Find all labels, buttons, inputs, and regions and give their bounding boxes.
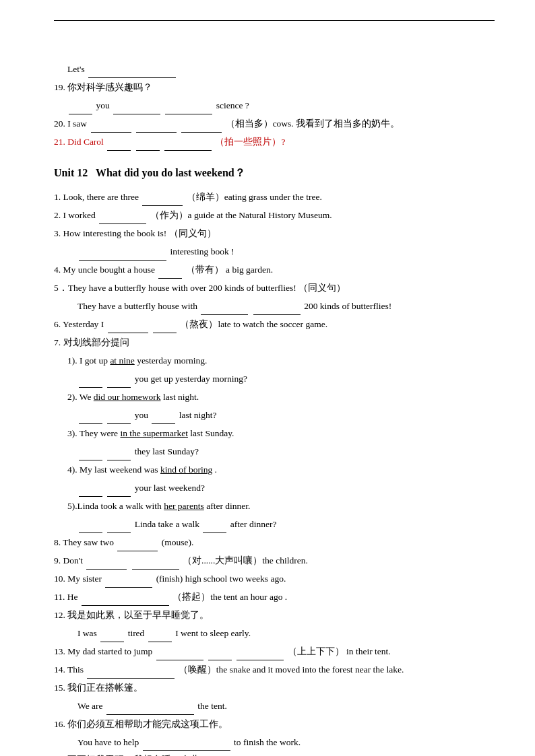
item-8: 8. They saw two (mouse).	[54, 535, 495, 551]
item-7-3-underline: in the supermarket	[120, 428, 187, 438]
item-16-text: 16. 你们必须互相帮助才能完成这项工作。	[54, 719, 228, 729]
item-1-text: 1. Look, there are three	[54, 192, 141, 202]
q19-answer: you science ?	[54, 98, 495, 114]
blank-9a	[86, 560, 127, 570]
blank-8	[117, 542, 158, 551]
item-9-text: 9. Don't	[54, 555, 85, 565]
item-8-text: 8. They saw two	[54, 537, 116, 547]
q19-science: science ?	[216, 100, 249, 110]
item-7-1: 1). I got up at nine yesterday morning.	[54, 353, 495, 370]
blank-4	[158, 269, 182, 279]
item-7-2: 2). We did our homework last night.	[54, 389, 495, 406]
item-15-text: 15. 我们正在搭帐篷。	[54, 683, 143, 693]
item-5-text: 5．They have a butterfly house with over …	[54, 283, 346, 293]
item-7-5-after: after dinner?	[230, 519, 277, 529]
item-13: 13. My dad started to jump （上上下下） in the…	[54, 644, 495, 660]
q21-cn: （拍一些照片）?	[215, 137, 285, 147]
blank-14	[87, 669, 175, 679]
item-7-1-num: 1). I got up	[67, 355, 110, 366]
q20-cn: （相当多）cows. 我看到了相当多的奶牛。	[226, 118, 400, 129]
blank-12a	[100, 633, 124, 642]
item-7-4-ans: your last weekend?	[54, 480, 495, 497]
item-3: 3. How interesting the book is! （同义句）	[54, 226, 495, 242]
item-12: 12. 我是如此累，以至于早早睡觉了。	[54, 607, 495, 624]
lets-line: Let's	[54, 61, 495, 78]
blank-16	[143, 741, 230, 751]
item-2: 2. I worked （作为）a guide at the Natural H…	[54, 207, 495, 224]
item-7-3-ans: they last Sunday?	[54, 444, 495, 460]
item-7-5-rest: after dinner.	[206, 501, 250, 511]
item-7-2-ans: you last night?	[54, 407, 495, 424]
item-4-text: 4. My uncle bought a house	[54, 265, 155, 275]
blank-12b	[148, 633, 172, 642]
blank-7-2b	[107, 415, 131, 424]
item-10: 10. My sister (finish) high school two w…	[54, 571, 495, 588]
blank-6a	[108, 324, 148, 333]
item-11: 11. He （搭起）the tent an hour ago .	[54, 589, 495, 606]
blank-7-4a	[79, 487, 102, 497]
item-7-3-rest: last Sunday.	[190, 428, 234, 438]
item-12-tired: tired	[128, 628, 147, 638]
item-14-cn: （唤醒）the snake and it moved into the fore…	[179, 664, 404, 675]
item-7-text: 7. 对划线部分提问	[54, 337, 129, 347]
blank-7-5c	[203, 524, 226, 533]
item-7-1-underline: at nine	[110, 355, 134, 366]
item-6-text: 6. Yesterday I	[54, 319, 106, 329]
item-16-rest: to finish the work.	[234, 737, 301, 747]
item-7-5-num: 5).Linda took a walk with	[67, 501, 164, 511]
q20-num: 20. I saw	[54, 118, 90, 129]
blank-7-2c	[152, 415, 175, 424]
blank-q19-3	[165, 105, 212, 114]
blank-q21-2	[136, 141, 160, 151]
blank-q19-2	[113, 105, 160, 114]
blank-3	[79, 251, 166, 261]
item-7: 7. 对划线部分提问	[54, 335, 495, 351]
blank-q19-1	[69, 105, 92, 114]
item-3-sub: interesting book !	[54, 244, 495, 261]
content-area: Let's 19. 你对科学感兴趣吗？ you science ? 20. I …	[54, 61, 495, 756]
blank-13a	[156, 651, 203, 660]
blank-5b	[253, 306, 301, 315]
item-16-sub: You have to help to finish the work.	[54, 734, 495, 751]
blank-q20-2	[136, 123, 177, 133]
q19-num: 19. 你对科学感兴趣吗？	[54, 82, 152, 92]
unit-title: Unit 12 What did you do last weekend？	[54, 163, 495, 183]
item-4-cn: （带有） a big garden.	[186, 265, 273, 275]
item-7-5-linda: Linda take a walk	[135, 519, 202, 529]
blank-7-4b	[107, 487, 131, 497]
page: Let's 19. 你对科学感兴趣吗？ you science ? 20. I …	[0, 0, 535, 756]
blank-q21-1	[107, 141, 131, 151]
blank-q20-3	[181, 123, 222, 133]
blank-7-5a	[79, 524, 102, 533]
blank-lets	[88, 69, 176, 78]
blank-7-1a	[79, 378, 102, 388]
unit-title-text: Unit 12 What did you do last weekend？	[54, 167, 245, 178]
item-12-sub: I was tired I went to sleep early.	[54, 625, 495, 642]
blank-7-3a	[79, 451, 102, 460]
blank-9b	[132, 560, 179, 570]
item-7-4: 4). My last weekend was kind of boring .	[54, 462, 495, 479]
item-6-cn: （熬夜）late to watch the soccer game.	[180, 319, 327, 329]
item-5-sub-text: They have a butterfly house with	[77, 301, 199, 311]
item-7-2-underline: did our homework	[94, 392, 161, 402]
item-7-1-you: you get up yesterday morning?	[135, 374, 247, 384]
top-border	[54, 20, 495, 21]
item-1-cn: （绵羊）eating grass under the tree.	[187, 192, 322, 202]
item-3-rest: interesting book !	[170, 246, 234, 256]
item-7-3: 3). They were in the supermarket last Su…	[54, 425, 495, 442]
blank-7-2a	[79, 415, 102, 424]
item-15: 15. 我们正在搭帐篷。	[54, 680, 495, 697]
item-7-1-ans: you get up yesterday morning?	[54, 371, 495, 388]
item-2-text: 2. I worked	[54, 210, 98, 220]
blank-q21-3	[164, 141, 212, 151]
blank-2	[99, 215, 146, 224]
item-7-4-num: 4). My last weekend was	[67, 465, 160, 475]
item-17: 17. 不要把我弄醒，我想多睡一会儿。	[54, 752, 495, 756]
item-6: 6. Yesterday I （熬夜）late to watch the soc…	[54, 316, 495, 333]
item-7-5: 5).Linda took a walk with her parents af…	[54, 498, 495, 515]
item-5-sub: They have a butterfly house with 200 kin…	[54, 298, 495, 315]
item-7-5-underline: her parents	[164, 501, 204, 511]
item-7-1-rest: yesterday morning.	[137, 355, 207, 366]
item-7-3-num: 3). They were	[67, 428, 120, 438]
item-7-4-underline: kind of boring	[160, 465, 212, 475]
